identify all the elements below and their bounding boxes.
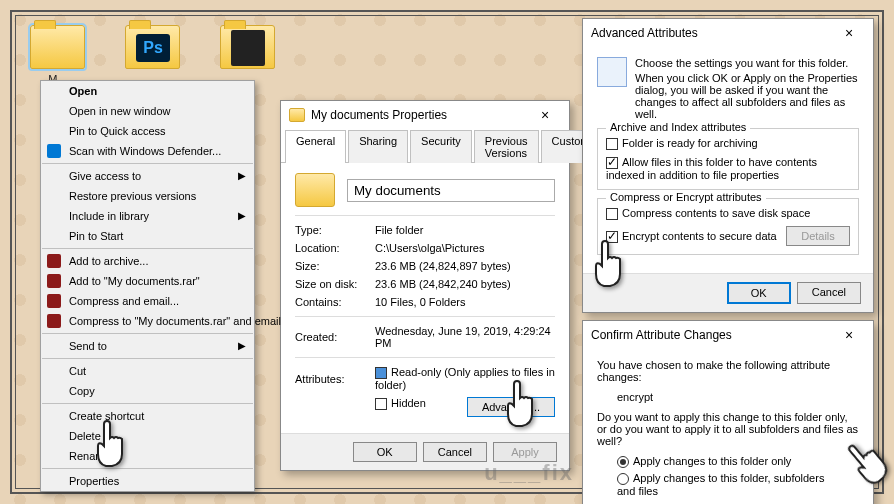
folder-icon — [295, 173, 335, 207]
folder-icon — [289, 108, 305, 122]
radio-folder-only[interactable] — [617, 456, 629, 468]
watermark: u___fix — [484, 460, 574, 486]
ok-button[interactable]: OK — [727, 282, 791, 304]
type-label: Type: — [295, 224, 375, 236]
menu-add-rar[interactable]: Add to "My documents.rar" — [41, 271, 254, 291]
close-button[interactable]: × — [833, 327, 865, 343]
size-label: Size: — [295, 260, 375, 272]
confirm-attr: encrypt — [597, 383, 859, 411]
menu-send-to[interactable]: Send to▶ — [41, 336, 254, 356]
menu-pin-start[interactable]: Pin to Start — [41, 226, 254, 246]
tab-sharing[interactable]: Sharing — [348, 130, 408, 163]
hidden-checkbox[interactable] — [375, 398, 387, 410]
menu-add-archive[interactable]: Add to archive... — [41, 251, 254, 271]
folder-icon: Ps — [125, 25, 180, 69]
context-menu: Open Open in new window Pin to Quick acc… — [40, 80, 255, 492]
location-value: C:\Users\olga\Pictures — [375, 242, 555, 254]
settings-icon — [597, 57, 627, 87]
rar-icon — [47, 314, 61, 328]
dialog-titlebar: My documents Properties × — [281, 101, 569, 129]
menu-cut[interactable]: Cut — [41, 361, 254, 381]
folder-dark[interactable] — [220, 25, 275, 85]
cancel-button[interactable]: Cancel — [797, 282, 861, 304]
folder-icon — [220, 25, 275, 69]
dialog-titlebar: Advanced Attributes × — [583, 19, 873, 47]
group-compress-encrypt: Compress or Encrypt attributes — [606, 191, 766, 203]
menu-pin-quick-access[interactable]: Pin to Quick access — [41, 121, 254, 141]
menu-properties[interactable]: Properties — [41, 471, 254, 491]
chevron-right-icon: ▶ — [238, 210, 246, 221]
ok-button[interactable]: OK — [353, 442, 417, 462]
created-value: Wednesday, June 19, 2019, 4:29:24 PM — [375, 325, 555, 349]
rar-icon — [47, 274, 61, 288]
menu-compress-email[interactable]: Compress and email... — [41, 291, 254, 311]
hidden-label: Hidden — [391, 397, 426, 409]
close-button[interactable]: × — [833, 25, 865, 41]
properties-dialog: My documents Properties × General Sharin… — [280, 100, 570, 471]
dialog-title: My documents Properties — [311, 108, 447, 122]
archive-label: Folder is ready for archiving — [622, 137, 758, 149]
menu-rename[interactable]: Rename — [41, 446, 254, 466]
encrypt-label: Encrypt contents to secure data — [622, 230, 777, 242]
readonly-label: Read-only (Only applies to files in fold… — [375, 366, 555, 391]
tab-previous-versions[interactable]: Previous Versions — [474, 130, 539, 163]
rar-icon — [47, 254, 61, 268]
desc-text: When you click OK or Apply on the Proper… — [635, 72, 859, 120]
folder-name-field[interactable] — [347, 179, 555, 202]
close-button[interactable]: × — [529, 107, 561, 123]
tab-security[interactable]: Security — [410, 130, 472, 163]
desc-text: Choose the settings you want for this fo… — [635, 57, 859, 69]
chevron-right-icon: ▶ — [238, 170, 246, 181]
advanced-button[interactable]: Advanced... — [467, 397, 555, 417]
attributes-label: Attributes: — [295, 373, 375, 385]
radio-subfolders-label: Apply changes to this folder, subfolders… — [617, 472, 824, 497]
contains-value: 10 Files, 0 Folders — [375, 296, 555, 308]
location-label: Location: — [295, 242, 375, 254]
compress-label: Compress contents to save disk space — [622, 207, 810, 219]
readonly-checkbox[interactable] — [375, 367, 387, 379]
rar-icon — [47, 294, 61, 308]
compress-checkbox[interactable] — [606, 208, 618, 220]
index-checkbox[interactable] — [606, 157, 618, 169]
folder-selected[interactable]: M... — [30, 25, 85, 85]
folder-photoshop[interactable]: Ps — [125, 25, 180, 85]
size-value: 23.6 MB (24,824,897 bytes) — [375, 260, 555, 272]
defender-icon — [47, 144, 61, 158]
menu-restore-versions[interactable]: Restore previous versions — [41, 186, 254, 206]
menu-include-library[interactable]: Include in library▶ — [41, 206, 254, 226]
menu-open[interactable]: Open — [41, 81, 254, 101]
confirm-attribute-dialog: Confirm Attribute Changes × You have cho… — [582, 320, 874, 504]
menu-delete[interactable]: Delete — [41, 426, 254, 446]
advanced-attributes-dialog: Advanced Attributes × Choose the setting… — [582, 18, 874, 313]
sizeondisk-value: 23.6 MB (24,842,240 bytes) — [375, 278, 555, 290]
tab-general[interactable]: General — [285, 130, 346, 163]
contains-label: Contains: — [295, 296, 375, 308]
archive-checkbox[interactable] — [606, 138, 618, 150]
group-archive-index: Archive and Index attributes — [606, 121, 750, 133]
menu-compress-rar-email[interactable]: Compress to "My documents.rar" and email — [41, 311, 254, 331]
created-label: Created: — [295, 331, 375, 343]
radio-folder-only-label: Apply changes to this folder only — [633, 455, 791, 467]
menu-copy[interactable]: Copy — [41, 381, 254, 401]
sizeondisk-label: Size on disk: — [295, 278, 375, 290]
menu-give-access[interactable]: Give access to▶ — [41, 166, 254, 186]
encrypt-checkbox[interactable] — [606, 231, 618, 243]
confirm-line2: Do you want to apply this change to this… — [597, 411, 859, 447]
photoshop-icon: Ps — [136, 34, 170, 62]
dialog-title: Confirm Attribute Changes — [591, 328, 732, 342]
radio-subfolders[interactable] — [617, 473, 629, 485]
index-label: Allow files in this folder to have conte… — [606, 156, 817, 181]
menu-create-shortcut[interactable]: Create shortcut — [41, 406, 254, 426]
folder-icon — [30, 25, 85, 69]
menu-open-new-window[interactable]: Open in new window — [41, 101, 254, 121]
dialog-titlebar: Confirm Attribute Changes × — [583, 321, 873, 349]
confirm-line1: You have chosen to make the following at… — [597, 359, 859, 383]
dialog-title: Advanced Attributes — [591, 26, 698, 40]
cancel-button[interactable]: Cancel — [423, 442, 487, 462]
menu-scan-defender[interactable]: Scan with Windows Defender... — [41, 141, 254, 161]
details-button[interactable]: Details — [786, 226, 850, 246]
chevron-right-icon: ▶ — [238, 340, 246, 351]
type-value: File folder — [375, 224, 555, 236]
